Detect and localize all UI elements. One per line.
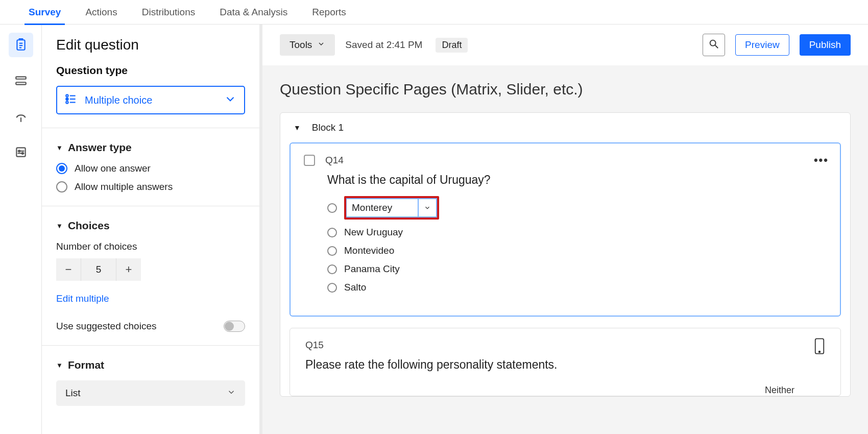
choice-label: Salto — [344, 282, 366, 293]
caret-down-icon: ▼ — [56, 144, 63, 152]
matrix-column-header: Neither — [305, 372, 825, 396]
canvas-toolbar: Tools Saved at 2:41 PM Draft Preview Pub… — [262, 25, 868, 65]
choice-radio-icon — [327, 246, 337, 256]
chevron-down-icon — [227, 388, 236, 399]
edit-panel: Edit question Question type Multiple cho… — [42, 25, 262, 434]
question-card-q15[interactable]: Q15 Please rate the following personalit… — [290, 328, 841, 396]
edit-panel-title: Edit question — [56, 37, 245, 53]
use-suggested-label: Use suggested choices — [56, 321, 156, 332]
caret-down-icon: ▼ — [56, 222, 63, 230]
format-section[interactable]: ▼ Format — [56, 359, 245, 371]
choice-row-2[interactable]: New Uruguay — [327, 227, 825, 238]
choice-radio-icon — [327, 203, 337, 213]
question-type-value: Multiple choice — [85, 94, 152, 106]
choice-row-3[interactable]: Montevideo — [327, 245, 825, 256]
question-checkbox[interactable] — [304, 155, 315, 166]
choice-row-1[interactable]: Monterey — [327, 196, 825, 220]
chevron-down-icon — [224, 92, 237, 108]
preview-button[interactable]: Preview — [735, 34, 789, 56]
tab-actions[interactable]: Actions — [73, 0, 129, 25]
choice-label: New Uruguay — [344, 227, 403, 238]
tab-reports[interactable]: Reports — [300, 0, 358, 25]
allow-multiple-answers-radio[interactable]: Allow multiple answers — [56, 181, 245, 192]
svg-rect-5 — [16, 82, 26, 84]
question-card-q14[interactable]: Q14 ••• What is the capital of Uruguay? … — [290, 142, 841, 317]
rail-look-icon[interactable] — [9, 104, 33, 129]
svg-point-14 — [66, 98, 68, 100]
device-preview-button[interactable] — [814, 337, 825, 357]
number-of-choices-label: Number of choices — [56, 241, 245, 252]
choices-stepper: − 5 + — [56, 258, 245, 281]
canvas: Tools Saved at 2:41 PM Draft Preview Pub… — [262, 25, 868, 434]
block-caret-icon[interactable]: ▼ — [294, 124, 301, 132]
multiple-choice-icon — [64, 92, 78, 108]
choices-title: Choices — [68, 220, 110, 232]
svg-point-21 — [819, 351, 821, 353]
allow-one-answer-label: Allow one answer — [75, 163, 151, 174]
choice-row-5[interactable]: Salto — [327, 282, 825, 293]
search-icon — [708, 38, 719, 52]
format-select[interactable]: List — [56, 380, 245, 406]
format-value: List — [65, 388, 81, 399]
tab-distributions[interactable]: Distributions — [130, 0, 208, 25]
question-actions-button[interactable]: ••• — [814, 154, 829, 167]
block-title[interactable]: Block 1 — [312, 122, 344, 133]
saved-status: Saved at 2:41 PM — [345, 39, 422, 51]
radio-unselected-icon — [56, 181, 67, 192]
answer-type-title: Answer type — [68, 141, 132, 154]
question-id: Q15 — [305, 340, 825, 351]
stepper-value: 5 — [81, 258, 116, 281]
block: ▼ Block 1 Q14 ••• What is the capital of… — [280, 112, 851, 397]
choice-radio-icon — [327, 283, 337, 293]
edit-multiple-link[interactable]: Edit multiple — [56, 293, 109, 304]
stepper-minus-button[interactable]: − — [56, 258, 81, 281]
svg-point-12 — [66, 94, 68, 97]
tools-label: Tools — [290, 39, 312, 51]
tab-data-analysis[interactable]: Data & Analysis — [207, 0, 300, 25]
publish-button[interactable]: Publish — [800, 34, 851, 56]
question-type-label: Question type — [56, 64, 245, 77]
chevron-down-icon — [317, 39, 325, 51]
choice-radio-icon — [327, 264, 337, 274]
caret-down-icon: ▼ — [56, 361, 63, 369]
stepper-plus-button[interactable]: + — [116, 258, 141, 281]
tab-survey[interactable]: Survey — [16, 0, 73, 25]
question-text[interactable]: What is the capital of Uruguay? — [327, 173, 825, 187]
svg-line-19 — [715, 45, 718, 49]
choice-label: Montevideo — [344, 245, 394, 256]
choice-edit-input[interactable]: Monterey — [346, 198, 419, 218]
choice-edit-highlight: Monterey — [344, 196, 439, 220]
question-text[interactable]: Please rate the following personality st… — [305, 358, 825, 372]
tools-button[interactable]: Tools — [280, 34, 335, 56]
draft-badge: Draft — [436, 38, 468, 53]
page-title: Question Specific Pages (Matrix, Slider,… — [280, 81, 851, 98]
rail-flow-icon[interactable] — [9, 68, 33, 93]
answer-type-section[interactable]: ▼ Answer type — [56, 141, 245, 154]
choice-row-4[interactable]: Panama City — [327, 263, 825, 275]
svg-point-16 — [66, 101, 68, 103]
allow-one-answer-radio[interactable]: Allow one answer — [56, 163, 245, 174]
top-nav: Survey Actions Distributions Data & Anal… — [0, 0, 868, 25]
radio-selected-icon — [56, 163, 67, 174]
choice-label: Panama City — [344, 263, 400, 275]
allow-multiple-answers-label: Allow multiple answers — [75, 181, 173, 192]
format-title: Format — [68, 359, 104, 371]
rail-builder-icon[interactable] — [9, 33, 33, 57]
choice-dropdown-button[interactable] — [419, 198, 437, 218]
question-id: Q14 — [325, 155, 344, 166]
svg-point-18 — [710, 40, 716, 46]
choices-section[interactable]: ▼ Choices — [56, 220, 245, 232]
svg-rect-7 — [16, 148, 25, 156]
use-suggested-toggle[interactable] — [224, 321, 245, 332]
question-type-select[interactable]: Multiple choice — [56, 86, 245, 114]
mobile-icon — [814, 348, 825, 356]
search-button[interactable] — [703, 34, 725, 56]
left-rail — [0, 25, 42, 434]
svg-rect-4 — [16, 77, 26, 79]
rail-options-icon[interactable] — [9, 140, 33, 164]
choice-radio-icon — [327, 228, 337, 237]
